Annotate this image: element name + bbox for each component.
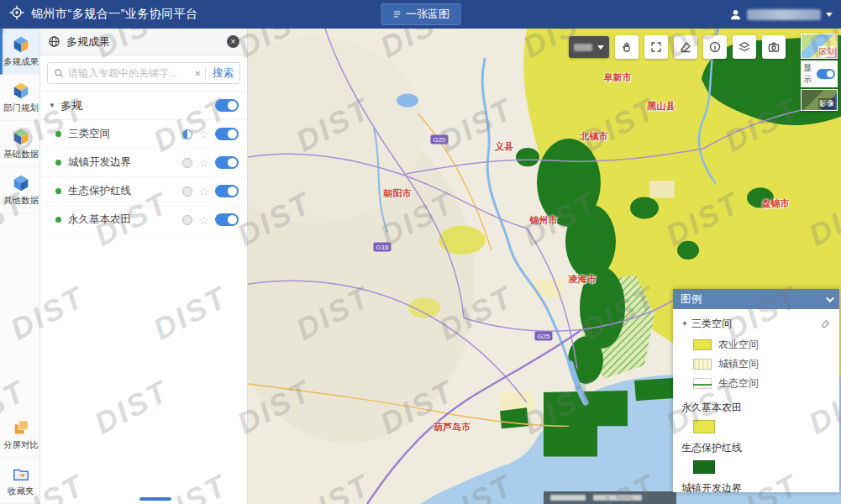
layers-button[interactable] [733, 35, 756, 59]
eraser-icon[interactable] [820, 318, 831, 329]
sidebar-item-label: 收藏夹 [8, 486, 34, 497]
panel-title: 多规成果 [66, 34, 110, 50]
star-icon[interactable]: ☆ [198, 214, 209, 226]
basemap-thumb-division[interactable]: 区划 [801, 34, 838, 59]
app-header: 锦州市“多规合一”业务协同平台 一张蓝图 [0, 0, 841, 29]
split-compare-icon [12, 418, 30, 437]
folder-icon [12, 465, 30, 483]
sidebar-item-label: 部门规划 [3, 102, 39, 114]
identify-button[interactable] [703, 35, 727, 59]
basemap-label: 影像 [818, 98, 835, 109]
layer-tree: ▼ 多规 三类空间 ☆ 城镇开发边界 ☆ [40, 92, 247, 504]
layer-name: 永久基本农田 [68, 213, 131, 227]
globe-icon [48, 35, 60, 48]
legend-item-town: 城镇空间 [681, 354, 831, 374]
search-input[interactable] [68, 67, 190, 79]
layer-info-icon[interactable] [182, 215, 192, 225]
blueprint-button[interactable]: 一张蓝图 [381, 3, 460, 25]
close-icon[interactable]: × [227, 35, 239, 48]
sidebar: 多规成果 部门规划 基础数据 其他数据 [0, 29, 40, 504]
eraser-icon [679, 40, 692, 54]
layer-info-icon[interactable] [182, 129, 192, 139]
legend-panel: 图例 ▼ 三类空间 农业空间 [673, 289, 839, 492]
sidebar-item-split-compare[interactable]: 分屏对比 [0, 412, 39, 458]
sidebar-item-label: 基础数据 [3, 149, 39, 160]
sidebar-item-base-data[interactable]: 基础数据 [0, 121, 39, 167]
basemap-toggle-label: 显示 [803, 62, 817, 86]
full-extent-button[interactable] [644, 35, 668, 59]
basemap-switcher: 区划 显示 影像 [801, 34, 838, 111]
search-button[interactable]: 搜索 [205, 66, 234, 81]
status-text-blurred [550, 495, 586, 501]
page-title: 锦州市“多规合一”业务协同平台 [31, 7, 198, 22]
legend-group-label: 三类空间 [691, 317, 732, 331]
dropdown-blurred-label [574, 44, 592, 51]
tree-group-duogui[interactable]: ▼ 多规 [40, 92, 247, 120]
map-tool-dropdown[interactable] [569, 36, 609, 58]
layer-toggle[interactable] [215, 156, 239, 169]
legend-swatch [693, 339, 712, 350]
layer-row-urban-boundary[interactable]: 城镇开发边界 ☆ [40, 149, 247, 177]
cube-icon [12, 35, 30, 54]
group-label: 多规 [60, 98, 82, 113]
user-menu[interactable] [729, 8, 833, 21]
sidebar-item-other-data[interactable]: 其他数据 [0, 167, 39, 213]
search-box: × 搜索 [47, 62, 240, 84]
layer-status-dot [55, 160, 61, 165]
blueprint-button-label: 一张蓝图 [406, 7, 449, 22]
layer-name: 生态保护红线 [68, 184, 131, 198]
caret-down-icon: ▼ [49, 102, 55, 109]
legend-body: ▼ 三类空间 农业空间 城镇空间 生态空间 [673, 309, 839, 492]
search-row: × 搜索 [40, 55, 247, 92]
layer-toggle[interactable] [215, 185, 239, 197]
layer-row-three-spaces[interactable]: 三类空间 ☆ [40, 120, 247, 149]
sidebar-item-label: 其他数据 [3, 195, 39, 207]
basemap-label: 区划 [818, 46, 835, 57]
horizontal-scrollbar-thumb[interactable] [139, 497, 171, 501]
list-icon [392, 9, 402, 19]
star-icon[interactable]: ☆ [198, 157, 209, 169]
hand-icon [620, 40, 633, 54]
legend-item-label: 生态空间 [718, 376, 759, 391]
group-toggle[interactable] [215, 99, 239, 112]
screenshot-button[interactable] [762, 35, 786, 59]
star-icon[interactable]: ☆ [198, 186, 209, 197]
basemap-thumb-imagery[interactable]: 影像 [801, 89, 838, 111]
sidebar-item-planning-results[interactable]: 多规成果 [0, 29, 39, 75]
status-text-blurred [593, 495, 642, 501]
clear-graphics-button[interactable] [674, 35, 697, 59]
legend-group-toggle[interactable]: ▼ 三类空间 [681, 317, 732, 331]
user-icon [729, 8, 742, 21]
search-icon [54, 68, 64, 78]
sidebar-item-favorites[interactable]: 收藏夹 [0, 458, 39, 504]
layer-name: 三类空间 [68, 127, 110, 141]
map-status-bar [544, 491, 676, 504]
legend-swatch [693, 378, 712, 389]
app-logo-icon [8, 4, 25, 24]
layer-row-eco-redline[interactable]: 生态保护红线 ☆ [40, 177, 247, 206]
legend-group-row: ▼ 三类空间 [681, 317, 831, 331]
pan-tool-button[interactable] [615, 35, 639, 59]
layer-status-dot [55, 131, 61, 137]
basemap-visibility-toggle[interactable] [817, 69, 835, 79]
legend-item-agriculture: 农业空间 [681, 335, 831, 354]
layer-info-icon[interactable] [182, 186, 192, 197]
sidebar-item-label: 分屏对比 [3, 439, 39, 451]
legend-item-label: 城镇空间 [718, 357, 759, 371]
map-container[interactable]: 阜新市 朝阳市 义县 北镇市 黑山县 锦州市 凌海市 盘锦市 葫芦岛市 G25 … [248, 29, 841, 504]
legend-header[interactable]: 图例 [673, 289, 839, 309]
star-icon[interactable]: ☆ [198, 129, 209, 140]
layer-toggle[interactable] [215, 213, 239, 226]
clear-search-icon[interactable]: × [194, 68, 201, 79]
layer-info-icon[interactable] [182, 158, 192, 168]
layer-toggle[interactable] [215, 128, 239, 140]
caret-down-icon: ▼ [681, 320, 688, 328]
legend-item-label: 农业空间 [718, 338, 759, 352]
layer-row-basic-farmland[interactable]: 永久基本农田 ☆ [40, 206, 247, 234]
layer-panel: 多规成果 × × 搜索 ▼ 多规 [40, 29, 248, 504]
sidebar-item-department-plans[interactable]: 部门规划 [0, 75, 39, 121]
layer-status-dot [55, 188, 61, 194]
cube-icon [12, 81, 30, 100]
chevron-down-icon[interactable] [826, 294, 834, 302]
legend-swatch [693, 420, 715, 433]
